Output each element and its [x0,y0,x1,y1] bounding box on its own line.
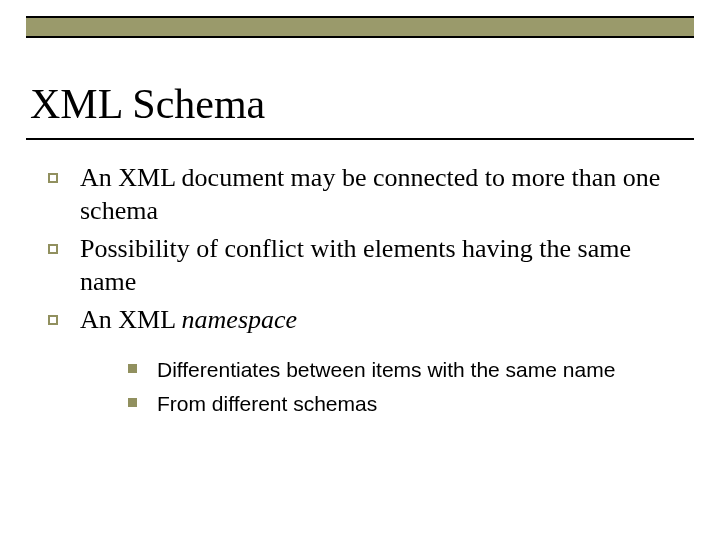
bullet-text-prefix: An XML [80,305,182,334]
sub-bullet-text: Differentiates between items with the sa… [157,355,680,385]
square-outline-icon [48,315,58,325]
title-underline [26,138,694,140]
slide: XML Schema An XML document may be connec… [0,0,720,540]
sub-bullet-item: Differentiates between items with the sa… [128,355,680,385]
sub-bullet-item: From different schemas [128,389,680,419]
square-outline-icon [48,244,58,254]
slide-title: XML Schema [30,80,265,128]
square-outline-icon [48,173,58,183]
bullet-item: Possibility of conflict with elements ha… [48,233,680,298]
bullet-text-italic: namespace [182,305,298,334]
bullet-text: Possibility of conflict with elements ha… [80,233,680,298]
bullet-item: An XML document may be connected to more… [48,162,680,227]
square-filled-icon [128,398,137,407]
bullet-text: An XML namespace [80,304,680,337]
bullet-text: An XML document may be connected to more… [80,162,680,227]
decorative-top-bar [26,16,694,38]
sub-bullet-text: From different schemas [157,389,680,419]
sub-bullet-list: Differentiates between items with the sa… [128,355,680,420]
square-filled-icon [128,364,137,373]
slide-body: An XML document may be connected to more… [48,162,680,423]
bullet-item: An XML namespace [48,304,680,337]
